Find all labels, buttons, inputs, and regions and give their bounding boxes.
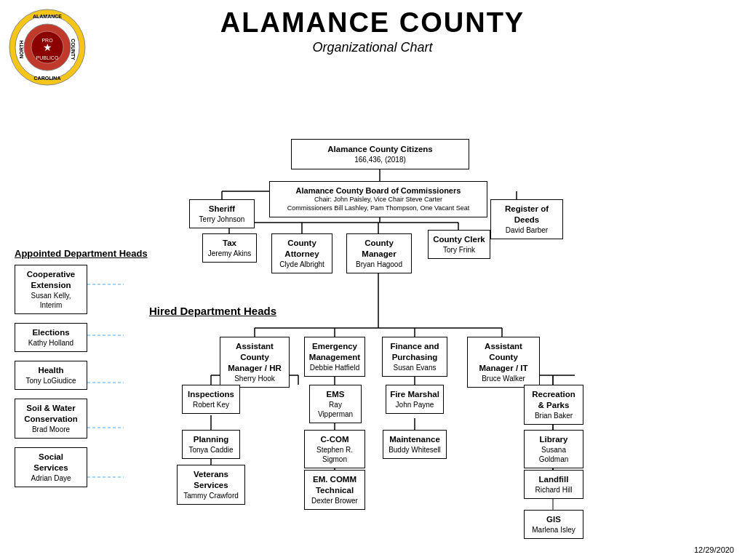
page-header: ALAMANCE COUNTY Organizational Chart <box>7 7 738 55</box>
gis-box: GIS Marlena Isley <box>524 510 583 539</box>
county-attorney-box: County Attorney Clyde Albright <box>271 233 332 273</box>
date-label: 12/29/2020 <box>694 545 734 554</box>
finance-box: Finance and Purchasing Susan Evans <box>382 337 447 377</box>
svg-text:PRO: PRO <box>41 38 53 43</box>
county-clerk-box: County Clerk Tory Frink <box>428 230 490 259</box>
asst-manager-it-box: Assistant County Manager / IT Bruce Walk… <box>467 337 540 388</box>
page-title: ALAMANCE COUNTY <box>7 7 738 39</box>
board-box: Alamance County Board of Commissioners C… <box>269 181 487 217</box>
svg-text:NORTH: NORTH <box>19 41 24 59</box>
appointed-title: Appointed Department Heads <box>15 248 148 259</box>
fire-box: Fire Marshal John Payne <box>386 385 444 414</box>
soil-water-box: Soil & Water Conservation Brad Moore <box>15 399 87 439</box>
county-manager-box: County Manager Bryan Hagood <box>346 233 412 273</box>
page-subtitle: Organizational Chart <box>7 40 738 55</box>
cooperative-extension-box: Cooperative Extension Susan Kelly, Inter… <box>15 265 87 314</box>
sheriff-box: Sheriff Terry Johnson <box>189 199 255 228</box>
elections-box: Elections Kathy Holland <box>15 323 87 352</box>
library-box: Library Susana Goldman <box>524 430 583 468</box>
emcomm-box: EM. COMM Technical Dexter Brower <box>304 470 365 510</box>
health-box: Health Tony LoGiudice <box>15 361 87 390</box>
appointed-section: Appointed Department Heads Cooperative E… <box>15 248 148 496</box>
page: ALAMANCE COUNTY CAROLINA NORTH ★ PRO PUB… <box>0 0 745 560</box>
landfill-box: Landfill Richard Hill <box>524 470 583 499</box>
recreation-box: Recreation & Parks Brian Baker <box>524 385 583 425</box>
ems-box: EMS Ray Vipperman <box>309 385 362 423</box>
emergency-box: Emergency Management Debbie Hatfield <box>304 337 365 377</box>
svg-text:COUNTY: COUNTY <box>71 39 76 60</box>
svg-text:★: ★ <box>43 41 52 53</box>
org-chart: Alamance County Citizens 166,436, (2018)… <box>7 59 738 532</box>
citizens-box: Alamance County Citizens 166,436, (2018) <box>291 139 469 169</box>
hired-label: Hired Department Heads <box>149 305 276 317</box>
maintenance-box: Maintenance Buddy Whitesell <box>383 430 447 459</box>
register-box: Register of Deeds David Barber <box>490 199 563 239</box>
social-services-box: Social Services Adrian Daye <box>15 447 87 487</box>
inspections-box: Inspections Robert Key <box>182 385 240 414</box>
asst-manager-hr-box: Assistant County Manager / HR Sherry Hoo… <box>220 337 290 388</box>
ccom-box: C-COM Stephen R. Sigmon <box>304 430 365 468</box>
svg-text:ALAMANCE: ALAMANCE <box>33 14 62 19</box>
tax-box: Tax Jeremy Akins <box>202 233 257 263</box>
planning-box: Planning Tonya Caddie <box>182 430 240 459</box>
veterans-box: Veterans Services Tammy Crawford <box>177 465 245 505</box>
